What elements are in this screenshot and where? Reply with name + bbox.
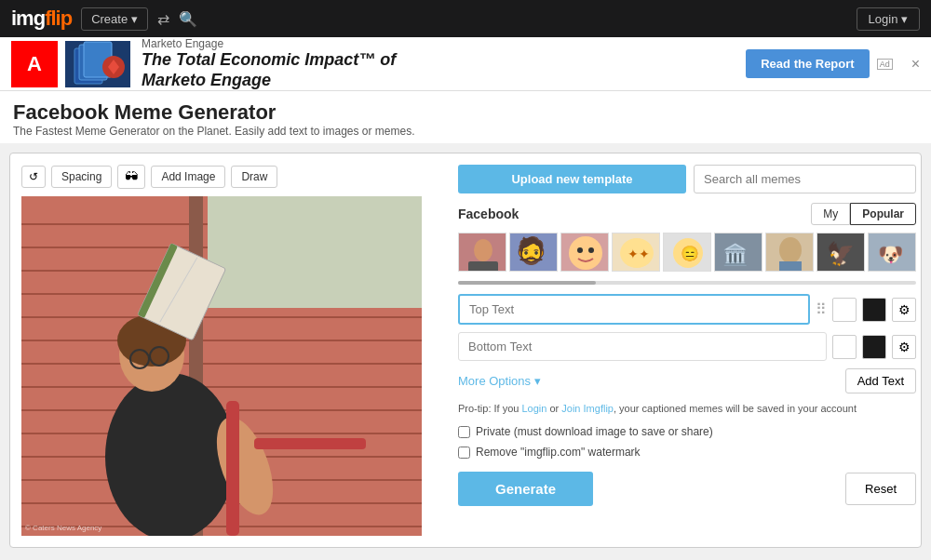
sunglasses-button[interactable]: 🕶 bbox=[117, 165, 145, 189]
svg-rect-35 bbox=[254, 438, 366, 449]
adobe-logo: A bbox=[11, 41, 58, 87]
page-title: Facebook Meme Generator bbox=[13, 100, 918, 125]
top-text-row: ⠿ ⚙ bbox=[458, 294, 916, 325]
ad-brand: Marketo Engage bbox=[142, 37, 396, 50]
svg-rect-55 bbox=[779, 261, 802, 272]
upload-template-button[interactable]: Upload new template bbox=[458, 165, 686, 193]
meme-photo: © Caters News Agency bbox=[21, 196, 422, 536]
top-text-color-white[interactable] bbox=[832, 298, 857, 322]
watermark-checkbox[interactable] bbox=[458, 447, 470, 459]
left-panel: ↺ Spacing 🕶 Add Image Draw bbox=[21, 165, 445, 536]
svg-rect-21 bbox=[208, 196, 422, 308]
read-report-button[interactable]: Read the Report bbox=[746, 49, 869, 78]
my-tab[interactable]: My bbox=[811, 203, 850, 225]
thumbnail-5[interactable]: 😑 bbox=[663, 233, 711, 272]
toolbar: ↺ Spacing 🕶 Add Image Draw bbox=[21, 165, 445, 189]
ad-headline: The Total Economic Impact™ of Marketo En… bbox=[142, 50, 396, 90]
thumbnail-6[interactable]: 🏛️ bbox=[714, 233, 762, 272]
popular-tab[interactable]: Popular bbox=[850, 203, 916, 225]
drag-handle-icon[interactable]: ⠿ bbox=[816, 300, 827, 318]
draw-button[interactable]: Draw bbox=[231, 166, 277, 188]
svg-text:😑: 😑 bbox=[681, 245, 699, 262]
ad-right: Read the Report Ad × bbox=[746, 49, 920, 78]
filter-tabs: My Popular bbox=[811, 203, 916, 225]
gear-icon: ⚙ bbox=[898, 302, 911, 317]
sunglasses-icon: 🕶 bbox=[125, 169, 138, 184]
thumbnail-8[interactable]: 🦅 bbox=[816, 233, 865, 272]
join-link[interactable]: Join Imgflip bbox=[561, 403, 614, 414]
thumbnail-9[interactable]: 🐶 bbox=[868, 233, 916, 272]
thumbnail-1[interactable] bbox=[458, 233, 506, 272]
svg-text:✦✦: ✦✦ bbox=[627, 247, 650, 261]
page-subtitle: The Fastest Meme Generator on the Planet… bbox=[13, 125, 918, 138]
svg-point-54 bbox=[779, 237, 802, 263]
ad-graphic bbox=[65, 41, 130, 87]
add-text-button[interactable]: Add Text bbox=[845, 368, 916, 393]
filter-label: Facebook bbox=[458, 207, 519, 221]
refresh-button[interactable]: ↺ bbox=[21, 166, 46, 188]
private-checkbox[interactable] bbox=[458, 426, 470, 438]
chevron-down-icon: ▾ bbox=[901, 12, 908, 26]
template-actions: Upload new template bbox=[458, 165, 916, 193]
nav-left: imgflip Create ▾ ⇄ 🔍 bbox=[11, 7, 197, 31]
top-text-color-black[interactable] bbox=[862, 298, 886, 322]
nav-right: Login ▾ bbox=[857, 7, 920, 31]
gear-icon: ⚙ bbox=[898, 340, 911, 354]
thumbnail-3[interactable] bbox=[560, 233, 609, 272]
generate-button[interactable]: Generate bbox=[458, 472, 593, 506]
svg-point-43 bbox=[577, 247, 583, 253]
thumbnail-4[interactable]: ✦✦ bbox=[612, 233, 660, 272]
bottom-text-color-white[interactable] bbox=[832, 335, 857, 359]
svg-line-28 bbox=[149, 356, 150, 358]
svg-rect-38 bbox=[468, 261, 498, 272]
close-icon[interactable]: × bbox=[911, 56, 920, 73]
bottom-text-input[interactable] bbox=[458, 332, 827, 361]
login-label: Login bbox=[869, 12, 898, 26]
search-memes-input[interactable] bbox=[694, 165, 916, 193]
thumbnail-2[interactable]: 🧔 bbox=[509, 233, 558, 272]
chevron-down-icon: ▾ bbox=[131, 12, 138, 26]
scrollbar-handle bbox=[458, 281, 596, 285]
refresh-icon: ↺ bbox=[29, 170, 38, 183]
top-text-input[interactable] bbox=[458, 294, 810, 325]
watermark-checkbox-row: Remove "imgflip.com" watermark bbox=[458, 446, 916, 459]
login-button[interactable]: Login ▾ bbox=[857, 7, 920, 31]
login-link[interactable]: Login bbox=[521, 403, 546, 414]
bottom-text-settings-button[interactable]: ⚙ bbox=[892, 335, 916, 359]
bottom-text-row: ⚙ bbox=[458, 332, 916, 361]
meme-image-container: © Caters News Agency bbox=[21, 196, 422, 536]
right-panel: Upload new template Facebook My Popular … bbox=[458, 165, 916, 536]
svg-point-42 bbox=[569, 236, 602, 270]
svg-text:🧔: 🧔 bbox=[515, 235, 547, 266]
svg-point-23 bbox=[105, 373, 236, 536]
meme-generator-box: ↺ Spacing 🕶 Add Image Draw bbox=[9, 153, 922, 548]
reset-button[interactable]: Reset bbox=[845, 473, 916, 505]
ad-badge: Ad bbox=[877, 59, 893, 70]
shuffle-icon[interactable]: ⇄ bbox=[157, 10, 169, 28]
svg-text:🐶: 🐶 bbox=[878, 242, 904, 267]
page-header: Facebook Meme Generator The Fastest Meme… bbox=[0, 91, 931, 143]
pro-tip: Pro-tip: If you Login or Join Imgflip, y… bbox=[458, 403, 916, 414]
create-button[interactable]: Create ▾ bbox=[81, 7, 148, 31]
top-text-settings-button[interactable]: ⚙ bbox=[892, 298, 916, 322]
bottom-actions: Generate Reset bbox=[458, 472, 916, 506]
svg-point-44 bbox=[588, 247, 594, 253]
svg-text:🦅: 🦅 bbox=[827, 240, 855, 267]
spacing-button[interactable]: Spacing bbox=[51, 166, 112, 188]
svg-text:🏛️: 🏛️ bbox=[722, 242, 749, 267]
bottom-text-color-black[interactable] bbox=[862, 335, 886, 359]
svg-rect-34 bbox=[226, 401, 239, 536]
logo-flip: flip bbox=[45, 7, 72, 30]
watermark-label: Remove "imgflip.com" watermark bbox=[476, 446, 641, 459]
private-label: Private (must download image to save or … bbox=[476, 425, 713, 438]
thumbnail-7[interactable] bbox=[765, 233, 814, 272]
ad-banner: A Marketo Engage The Total Economic Impa… bbox=[0, 37, 931, 91]
more-options-link[interactable]: More Options ▾ bbox=[458, 374, 541, 388]
filter-bar: Facebook My Popular bbox=[458, 203, 916, 225]
logo[interactable]: imgflip bbox=[11, 7, 72, 31]
photo-credit: © Caters News Agency bbox=[25, 524, 101, 532]
add-image-button[interactable]: Add Image bbox=[151, 166, 225, 188]
top-navigation: imgflip Create ▾ ⇄ 🔍 Login ▾ bbox=[0, 0, 931, 37]
search-icon[interactable]: 🔍 bbox=[179, 10, 197, 28]
thumbnail-scrollbar[interactable] bbox=[458, 281, 916, 285]
